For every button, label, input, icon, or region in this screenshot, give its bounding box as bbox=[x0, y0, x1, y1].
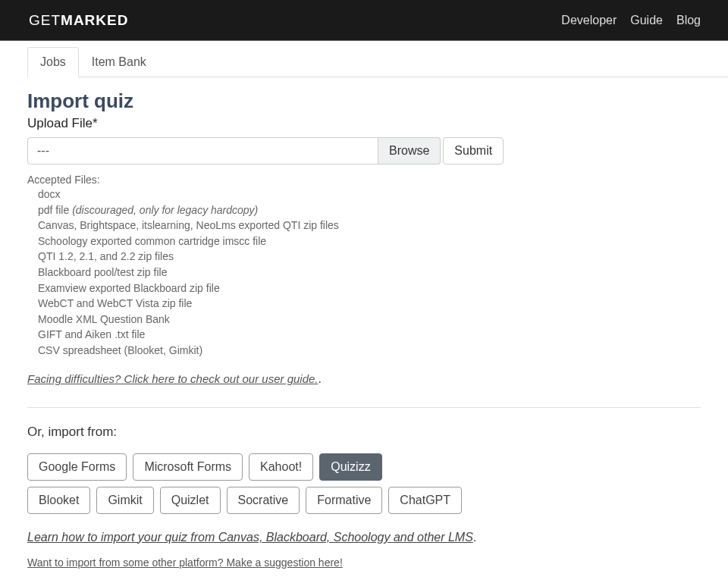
suggest-platform-link[interactable]: Want to import from some other platform?… bbox=[27, 556, 343, 569]
platform-kahoot[interactable]: Kahoot! bbox=[249, 453, 313, 481]
platform-row-1: Google Forms Microsoft Forms Kahoot! Qui… bbox=[27, 453, 701, 481]
accepted-item: QTI 1.2, 2.1, and 2.2 zip files bbox=[38, 249, 701, 265]
lms-dot: . bbox=[473, 531, 476, 544]
platform-blooket[interactable]: Blooket bbox=[27, 487, 90, 514]
logo-bold: MARKED bbox=[61, 12, 128, 28]
accepted-item: CSV spreadsheet (Blooket, Gimkit) bbox=[38, 343, 701, 359]
browse-button[interactable]: Browse bbox=[378, 137, 441, 165]
top-header: GETMARKED Developer Guide Blog bbox=[0, 0, 728, 41]
accepted-item: Canvas, Brightspace, itslearning, NeoLms… bbox=[38, 218, 701, 234]
accepted-files-label: Accepted Files: bbox=[27, 174, 701, 186]
tab-jobs[interactable]: Jobs bbox=[27, 47, 79, 77]
accepted-item: Schoology exported common cartridge imsc… bbox=[38, 234, 701, 249]
platform-gimkit[interactable]: Gimkit bbox=[96, 487, 153, 514]
platform-chatgpt[interactable]: ChatGPT bbox=[388, 487, 462, 514]
submit-button[interactable]: Submit bbox=[443, 137, 504, 165]
tab-bar: Jobs Item Bank bbox=[27, 47, 728, 77]
accepted-item: Moodle XML Question Bank bbox=[38, 312, 701, 328]
platform-formative[interactable]: Formative bbox=[306, 487, 382, 514]
platform-microsoft-forms[interactable]: Microsoft Forms bbox=[133, 453, 243, 481]
section-divider bbox=[27, 407, 701, 408]
file-row: --- Browse Submit bbox=[27, 137, 701, 165]
file-input[interactable]: --- bbox=[27, 137, 378, 165]
accepted-item: Blackboard pool/test zip file bbox=[38, 265, 701, 281]
nav-blog[interactable]: Blog bbox=[676, 14, 701, 27]
accepted-item: pdf file (discouraged, only for legacy h… bbox=[38, 203, 701, 218]
import-from-label: Or, import from: bbox=[27, 425, 701, 440]
lms-import-link[interactable]: Learn how to import your quiz from Canva… bbox=[27, 531, 473, 544]
accepted-item: docx bbox=[38, 187, 701, 202]
trailing-dot: . bbox=[318, 372, 322, 385]
accepted-item: GIFT and Aiken .txt file bbox=[38, 328, 701, 343]
brand-logo[interactable]: GETMARKED bbox=[29, 12, 128, 29]
platform-quizlet[interactable]: Quizlet bbox=[160, 487, 221, 514]
tab-item-bank[interactable]: Item Bank bbox=[79, 47, 159, 77]
platform-socrative[interactable]: Socrative bbox=[227, 487, 300, 514]
logo-light: GET bbox=[29, 12, 61, 28]
platform-quizizz[interactable]: Quizizz bbox=[319, 453, 381, 481]
accepted-item: WebCT and WebCT Vista zip file bbox=[38, 296, 701, 312]
user-guide-link[interactable]: Facing difficulties? Click here to check… bbox=[27, 372, 318, 385]
platform-google-forms[interactable]: Google Forms bbox=[27, 453, 127, 481]
top-nav: Developer Guide Blog bbox=[561, 14, 701, 27]
accepted-files-list: docx pdf file (discouraged, only for leg… bbox=[27, 187, 701, 359]
nav-developer[interactable]: Developer bbox=[561, 14, 617, 27]
upload-label: Upload File* bbox=[27, 116, 701, 131]
accepted-item: Examview exported Blackboard zip file bbox=[38, 281, 701, 296]
page-title: Import quiz bbox=[27, 89, 701, 113]
nav-guide[interactable]: Guide bbox=[630, 14, 663, 27]
main-content: Import quiz Upload File* --- Browse Subm… bbox=[0, 77, 728, 583]
platform-row-2: Blooket Gimkit Quizlet Socrative Formati… bbox=[27, 487, 701, 514]
